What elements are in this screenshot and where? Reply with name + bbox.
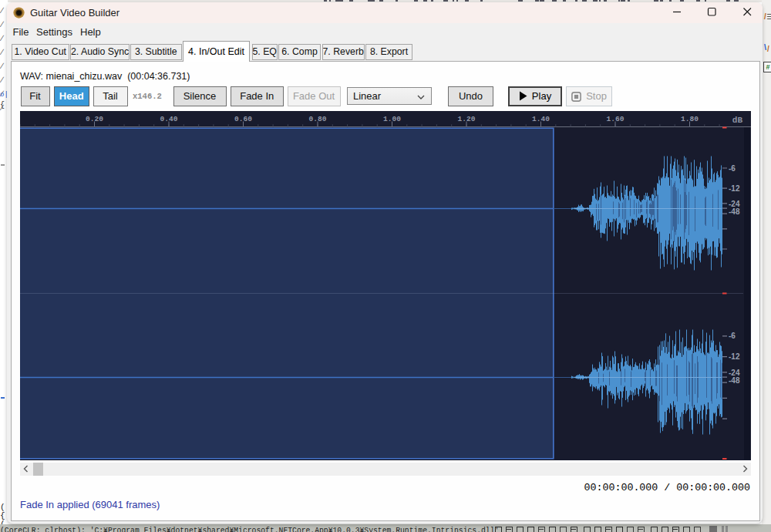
svg-text:1.00: 1.00 bbox=[383, 115, 401, 123]
svg-text:-48: -48 bbox=[729, 207, 740, 216]
svg-text:1.20: 1.20 bbox=[458, 115, 476, 123]
svg-text:0.60: 0.60 bbox=[234, 115, 252, 123]
svg-text:-48: -48 bbox=[729, 376, 740, 385]
svg-text:-6: -6 bbox=[729, 332, 736, 340]
svg-text:-12: -12 bbox=[729, 184, 740, 193]
svg-text:0.80: 0.80 bbox=[309, 115, 327, 123]
svg-text:-12: -12 bbox=[729, 352, 740, 361]
svg-text:0.20: 0.20 bbox=[86, 115, 103, 123]
svg-text:1.60: 1.60 bbox=[607, 115, 625, 123]
svg-text:1.80: 1.80 bbox=[681, 115, 699, 123]
svg-text:0.40: 0.40 bbox=[160, 115, 178, 123]
svg-text:1.40: 1.40 bbox=[532, 115, 550, 123]
svg-text:-6: -6 bbox=[729, 164, 736, 173]
svg-text:dB: dB bbox=[732, 116, 743, 125]
